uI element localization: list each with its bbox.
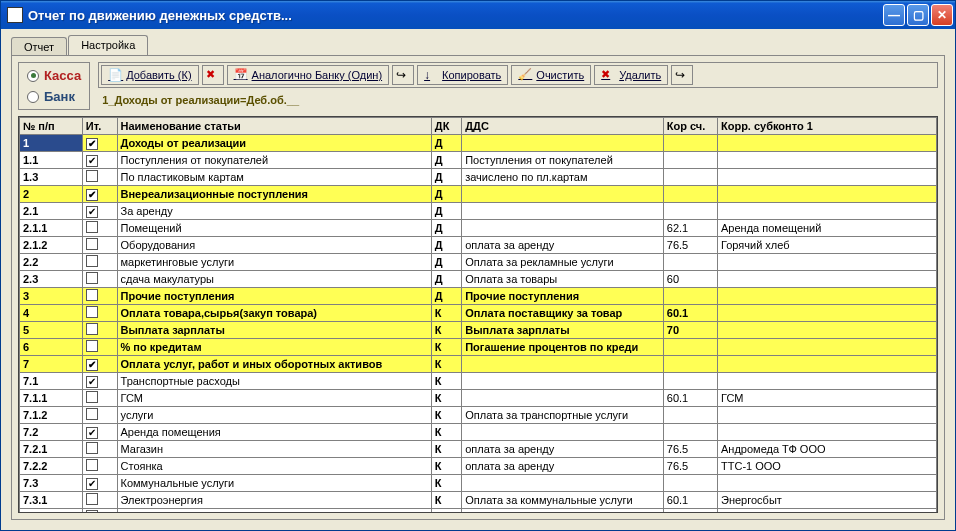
cell-kor[interactable]: 76.5	[663, 458, 717, 475]
cell-dds[interactable]: Оплата за коммунальные услуги	[462, 492, 664, 509]
extra-icon-button[interactable]	[671, 65, 693, 85]
table-row[interactable]: 1.1Поступления от покупателейДПоступлени…	[20, 152, 937, 169]
cell-it[interactable]	[82, 373, 117, 390]
table-row[interactable]: 7.2.1МагазинКоплата за аренду76.5Андроме…	[20, 441, 937, 458]
cell-dds[interactable]	[462, 356, 664, 373]
table-row[interactable]: 2.1.1ПомещенийД62.1Аренда помещений	[20, 220, 937, 237]
cell-dk[interactable]: Д	[431, 186, 461, 203]
maximize-button[interactable]: ▢	[907, 4, 929, 26]
cell-num[interactable]: 4	[20, 305, 83, 322]
cell-num[interactable]: 1.3	[20, 169, 83, 186]
checkbox-icon[interactable]	[86, 459, 98, 471]
cell-it[interactable]	[82, 305, 117, 322]
cell-dds[interactable]	[462, 203, 664, 220]
cell-dk[interactable]: Д	[431, 237, 461, 254]
cell-sub[interactable]: ГСМ	[718, 390, 937, 407]
cell-kor[interactable]	[663, 475, 717, 492]
cell-dk[interactable]: К	[431, 458, 461, 475]
checkbox-icon[interactable]	[86, 138, 98, 150]
minimize-button[interactable]: —	[883, 4, 905, 26]
checkbox-icon[interactable]	[86, 442, 98, 454]
cell-it[interactable]	[82, 424, 117, 441]
cell-dds[interactable]: Оплата за рекламные услуги	[462, 254, 664, 271]
cell-dds[interactable]: Оплата за коммунальные услуги	[462, 509, 664, 514]
cell-dk[interactable]: К	[431, 322, 461, 339]
cell-it[interactable]	[82, 492, 117, 509]
cell-kor[interactable]	[663, 169, 717, 186]
checkbox-icon[interactable]	[86, 272, 98, 284]
checkbox-icon[interactable]	[86, 478, 98, 490]
cell-num[interactable]: 2.1.2	[20, 237, 83, 254]
cell-dk[interactable]: К	[431, 509, 461, 514]
checkbox-icon[interactable]	[86, 376, 98, 388]
cell-name[interactable]: Прочие поступления	[117, 288, 431, 305]
close-button[interactable]: ✕	[931, 4, 953, 26]
table-row[interactable]: 2Внереализационные поступленияД	[20, 186, 937, 203]
delete-button[interactable]: Удалить	[594, 65, 668, 85]
cell-num[interactable]: 7.2	[20, 424, 83, 441]
checkbox-icon[interactable]	[86, 510, 98, 513]
cell-name[interactable]: % по кредитам	[117, 339, 431, 356]
cell-name[interactable]: сдача макулатуры	[117, 271, 431, 288]
cell-num[interactable]: 2	[20, 186, 83, 203]
cell-kor[interactable]	[663, 288, 717, 305]
checkbox-icon[interactable]	[86, 255, 98, 267]
radio-kassa[interactable]: Касса	[27, 68, 81, 83]
cell-sub[interactable]: Газоснабжение	[718, 509, 937, 514]
cell-name[interactable]: Стоянка	[117, 458, 431, 475]
cell-num[interactable]: 2.3	[20, 271, 83, 288]
data-grid[interactable]: № п/п Ит. Наименование статьи ДК ДДС Кор…	[19, 117, 937, 513]
cell-num[interactable]: 1	[20, 135, 83, 152]
table-row[interactable]: 2.1.2ОборудованияДоплата за аренду76.5Го…	[20, 237, 937, 254]
cell-sub[interactable]	[718, 152, 937, 169]
cell-dk[interactable]: К	[431, 373, 461, 390]
cell-sub[interactable]	[718, 475, 937, 492]
cell-sub[interactable]	[718, 356, 937, 373]
cell-num[interactable]: 2.1	[20, 203, 83, 220]
cell-kor[interactable]: 76.5	[663, 441, 717, 458]
cell-it[interactable]	[82, 169, 117, 186]
cell-kor[interactable]: 60	[663, 271, 717, 288]
checkbox-icon[interactable]	[86, 359, 98, 371]
cell-num[interactable]: 7.1.1	[20, 390, 83, 407]
cell-dds[interactable]	[462, 135, 664, 152]
col-name[interactable]: Наименование статьи	[117, 118, 431, 135]
cell-dds[interactable]: Оплата за товары	[462, 271, 664, 288]
cell-dds[interactable]: Поступления от покупателей	[462, 152, 664, 169]
table-row[interactable]: 2.2маркетинговые услугиДОплата за реклам…	[20, 254, 937, 271]
cell-num[interactable]: 7.1	[20, 373, 83, 390]
cell-dds[interactable]	[462, 390, 664, 407]
checkbox-icon[interactable]	[86, 189, 98, 201]
checkbox-icon[interactable]	[86, 155, 98, 167]
cell-it[interactable]	[82, 475, 117, 492]
cell-dk[interactable]: К	[431, 441, 461, 458]
cell-name[interactable]: Поступления от покупателей	[117, 152, 431, 169]
cell-sub[interactable]	[718, 271, 937, 288]
cell-dk[interactable]: К	[431, 407, 461, 424]
cell-name[interactable]: Аренда помещения	[117, 424, 431, 441]
cell-kor[interactable]: 76.5	[663, 237, 717, 254]
col-dk[interactable]: ДК	[431, 118, 461, 135]
col-kor[interactable]: Кор сч.	[663, 118, 717, 135]
cell-sub[interactable]	[718, 339, 937, 356]
table-row[interactable]: 7.3Коммунальные услугиК	[20, 475, 937, 492]
cell-it[interactable]	[82, 203, 117, 220]
cell-num[interactable]: 7.3	[20, 475, 83, 492]
cell-it[interactable]	[82, 271, 117, 288]
cell-name[interactable]: Помещений	[117, 220, 431, 237]
cell-kor[interactable]	[663, 135, 717, 152]
tab-settings[interactable]: Настройка	[68, 35, 148, 55]
cell-name[interactable]: Внереализационные поступления	[117, 186, 431, 203]
arrow-icon-button[interactable]	[392, 65, 414, 85]
cell-num[interactable]: 2.1.1	[20, 220, 83, 237]
cell-name[interactable]: услуги	[117, 407, 431, 424]
table-row[interactable]: 7.3.1ЭлектроэнергияКОплата за коммунальн…	[20, 492, 937, 509]
col-num[interactable]: № п/п	[20, 118, 83, 135]
cell-kor[interactable]	[663, 424, 717, 441]
checkbox-icon[interactable]	[86, 170, 98, 182]
cell-sub[interactable]	[718, 288, 937, 305]
checkbox-icon[interactable]	[86, 306, 98, 318]
cell-sub[interactable]	[718, 407, 937, 424]
table-row[interactable]: 7.2.2СтоянкаКоплата за аренду76.5ТТС-1 О…	[20, 458, 937, 475]
cell-sub[interactable]: Энергосбыт	[718, 492, 937, 509]
